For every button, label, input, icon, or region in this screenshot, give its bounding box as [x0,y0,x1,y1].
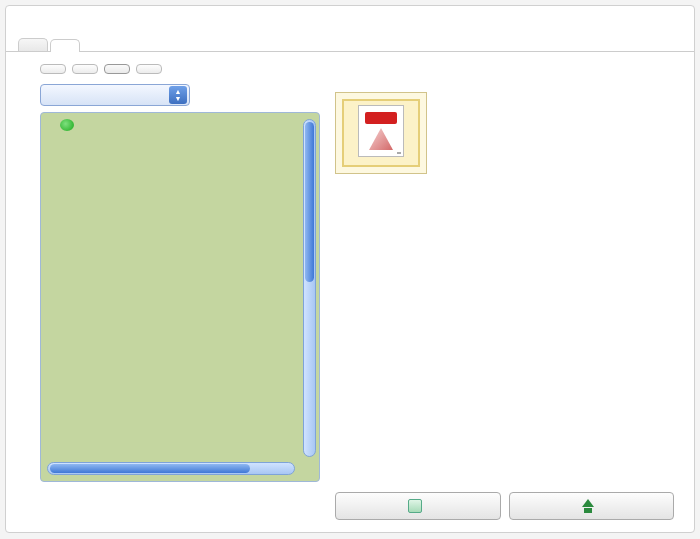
tree-panel [40,112,320,482]
tab-link-internal-file[interactable] [50,39,80,52]
apply-selected-button[interactable] [335,492,501,520]
folder-tree [47,117,319,461]
scroll-thumb[interactable] [305,122,314,282]
upload-new-file-button[interactable] [509,492,675,520]
tree-root[interactable] [47,117,319,133]
tab-recent-uploads[interactable] [72,64,98,74]
pdf-icon [358,105,404,157]
tree-horizontal-scrollbar[interactable] [47,462,295,475]
apply-icon [408,499,422,513]
tab-browse-content[interactable] [104,64,130,74]
secondary-tabs [6,52,694,84]
attachments-grid [335,92,427,174]
tab-link-internal-page[interactable] [18,38,48,51]
tree-vertical-scrollbar[interactable] [303,119,316,457]
pdf-badge [365,112,397,124]
updown-icon: ▲▼ [169,86,187,104]
tab-current-attachments[interactable] [40,64,66,74]
scroll-thumb[interactable] [50,464,250,473]
right-pane [335,84,674,520]
link-picker-dialog: ▲▼ [5,5,695,533]
tab-search-files[interactable] [136,64,162,74]
spacer-icon [47,120,58,131]
dialog-title [6,6,694,38]
attachment-item[interactable] [342,99,420,167]
left-pane: ▲▼ [40,84,320,520]
globe-icon [60,119,74,131]
primary-tabs [6,38,694,52]
source-select[interactable]: ▲▼ [40,84,190,106]
action-buttons [335,492,674,520]
adobe-badge [397,152,401,154]
upload-icon [581,499,595,513]
